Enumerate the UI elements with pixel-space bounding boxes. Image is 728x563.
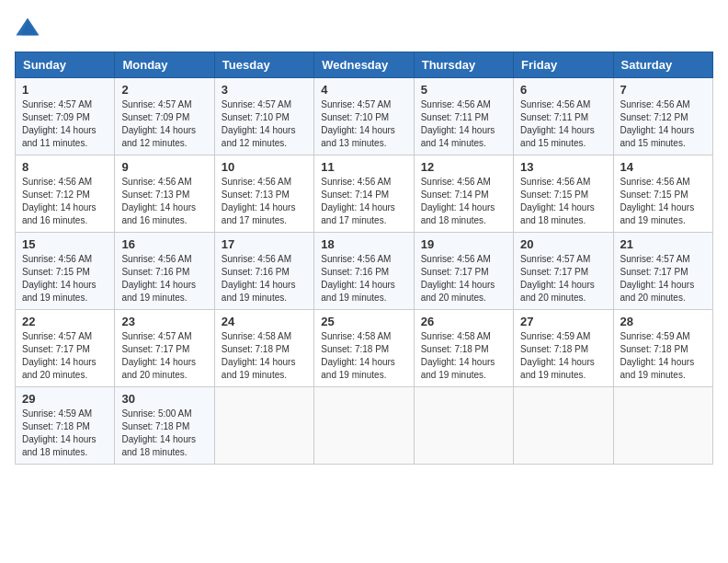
day-number: 27 [520, 315, 606, 328]
day-number: 26 [421, 315, 506, 328]
day-cell-19: 19 Sunrise: 4:56 AMSunset: 7:17 PMDaylig… [414, 233, 513, 310]
day-number: 16 [121, 237, 207, 251]
day-number: 11 [321, 160, 406, 174]
day-number: 21 [620, 237, 706, 251]
day-cell-4: 4 Sunrise: 4:57 AMSunset: 7:10 PMDayligh… [314, 78, 414, 155]
day-detail: Sunrise: 4:56 AMSunset: 7:17 PMDaylight:… [421, 254, 495, 303]
day-number: 19 [421, 237, 506, 251]
day-cell-11: 11 Sunrise: 4:56 AMSunset: 7:14 PMDaylig… [314, 155, 414, 233]
day-detail: Sunrise: 4:56 AMSunset: 7:13 PMDaylight:… [222, 177, 296, 225]
day-number: 2 [121, 83, 207, 97]
day-header-sunday: Sunday [16, 52, 115, 78]
page-header [15, 15, 713, 40]
empty-cell [514, 387, 613, 465]
day-cell-6: 6 Sunrise: 4:56 AMSunset: 7:11 PMDayligh… [514, 78, 613, 155]
empty-cell [414, 387, 513, 465]
day-detail: Sunrise: 4:57 AMSunset: 7:17 PMDaylight:… [520, 254, 595, 303]
day-cell-20: 20 Sunrise: 4:57 AMSunset: 7:17 PMDaylig… [514, 233, 613, 310]
day-detail: Sunrise: 4:56 AMSunset: 7:14 PMDaylight:… [421, 177, 495, 225]
day-cell-30: 30 Sunrise: 5:00 AMSunset: 7:18 PMDaylig… [115, 387, 214, 465]
empty-cell [314, 387, 414, 465]
day-number: 12 [421, 160, 506, 174]
day-number: 24 [222, 315, 307, 328]
calendar-week-4: 22 Sunrise: 4:57 AMSunset: 7:17 PMDaylig… [16, 310, 713, 387]
day-detail: Sunrise: 4:57 AMSunset: 7:17 PMDaylight:… [22, 331, 97, 380]
day-cell-16: 16 Sunrise: 4:56 AMSunset: 7:16 PMDaylig… [115, 233, 214, 310]
day-detail: Sunrise: 4:58 AMSunset: 7:18 PMDaylight:… [321, 331, 395, 380]
calendar-table: SundayMondayTuesdayWednesdayThursdayFrid… [15, 52, 713, 465]
day-detail: Sunrise: 5:00 AMSunset: 7:18 PMDaylight:… [121, 408, 196, 457]
empty-cell [214, 387, 313, 465]
calendar-week-1: 1 Sunrise: 4:57 AMSunset: 7:09 PMDayligh… [16, 78, 713, 155]
day-detail: Sunrise: 4:56 AMSunset: 7:12 PMDaylight:… [620, 99, 695, 148]
day-detail: Sunrise: 4:56 AMSunset: 7:13 PMDaylight:… [121, 177, 196, 225]
day-cell-7: 7 Sunrise: 4:56 AMSunset: 7:12 PMDayligh… [613, 78, 712, 155]
day-detail: Sunrise: 4:57 AMSunset: 7:10 PMDaylight:… [222, 99, 296, 148]
day-detail: Sunrise: 4:56 AMSunset: 7:12 PMDaylight:… [22, 177, 97, 225]
day-number: 13 [520, 160, 606, 174]
day-number: 7 [620, 83, 706, 97]
day-cell-26: 26 Sunrise: 4:58 AMSunset: 7:18 PMDaylig… [414, 310, 513, 387]
day-detail: Sunrise: 4:58 AMSunset: 7:18 PMDaylight:… [421, 331, 495, 380]
day-detail: Sunrise: 4:58 AMSunset: 7:18 PMDaylight:… [222, 331, 296, 380]
day-cell-17: 17 Sunrise: 4:56 AMSunset: 7:16 PMDaylig… [214, 233, 313, 310]
day-header-monday: Monday [115, 52, 214, 78]
day-number: 29 [22, 392, 108, 406]
day-number: 5 [421, 83, 506, 97]
day-detail: Sunrise: 4:56 AMSunset: 7:15 PMDaylight:… [520, 177, 595, 225]
day-detail: Sunrise: 4:57 AMSunset: 7:09 PMDaylight:… [22, 99, 97, 148]
day-detail: Sunrise: 4:59 AMSunset: 7:18 PMDaylight:… [520, 331, 595, 380]
day-cell-15: 15 Sunrise: 4:56 AMSunset: 7:15 PMDaylig… [16, 233, 115, 310]
day-cell-3: 3 Sunrise: 4:57 AMSunset: 7:10 PMDayligh… [214, 78, 313, 155]
day-cell-27: 27 Sunrise: 4:59 AMSunset: 7:18 PMDaylig… [514, 310, 613, 387]
day-number: 17 [222, 237, 307, 251]
day-detail: Sunrise: 4:57 AMSunset: 7:17 PMDaylight:… [121, 331, 196, 380]
day-detail: Sunrise: 4:57 AMSunset: 7:10 PMDaylight:… [321, 99, 395, 148]
day-number: 20 [520, 237, 606, 251]
day-detail: Sunrise: 4:56 AMSunset: 7:11 PMDaylight:… [520, 99, 595, 148]
day-cell-12: 12 Sunrise: 4:56 AMSunset: 7:14 PMDaylig… [414, 155, 513, 233]
day-cell-5: 5 Sunrise: 4:56 AMSunset: 7:11 PMDayligh… [414, 78, 513, 155]
day-number: 18 [321, 237, 406, 251]
day-detail: Sunrise: 4:59 AMSunset: 7:18 PMDaylight:… [22, 408, 97, 457]
calendar-week-5: 29 Sunrise: 4:59 AMSunset: 7:18 PMDaylig… [16, 387, 713, 465]
day-detail: Sunrise: 4:57 AMSunset: 7:17 PMDaylight:… [620, 254, 695, 303]
day-cell-10: 10 Sunrise: 4:56 AMSunset: 7:13 PMDaylig… [214, 155, 313, 233]
day-number: 30 [121, 392, 207, 406]
day-number: 3 [222, 83, 307, 97]
day-detail: Sunrise: 4:59 AMSunset: 7:18 PMDaylight:… [620, 331, 695, 380]
day-number: 8 [22, 160, 108, 174]
day-header-wednesday: Wednesday [314, 52, 414, 78]
day-number: 28 [620, 315, 706, 328]
day-header-friday: Friday [514, 52, 613, 78]
logo [15, 15, 44, 40]
day-number: 22 [22, 315, 108, 328]
day-cell-24: 24 Sunrise: 4:58 AMSunset: 7:18 PMDaylig… [214, 310, 313, 387]
day-cell-18: 18 Sunrise: 4:56 AMSunset: 7:16 PMDaylig… [314, 233, 414, 310]
day-number: 10 [222, 160, 307, 174]
day-cell-28: 28 Sunrise: 4:59 AMSunset: 7:18 PMDaylig… [613, 310, 712, 387]
calendar-header-row: SundayMondayTuesdayWednesdayThursdayFrid… [16, 52, 713, 78]
day-detail: Sunrise: 4:56 AMSunset: 7:15 PMDaylight:… [22, 254, 97, 303]
day-cell-29: 29 Sunrise: 4:59 AMSunset: 7:18 PMDaylig… [16, 387, 115, 465]
calendar-week-3: 15 Sunrise: 4:56 AMSunset: 7:15 PMDaylig… [16, 233, 713, 310]
empty-cell [613, 387, 712, 465]
day-header-thursday: Thursday [414, 52, 513, 78]
day-detail: Sunrise: 4:56 AMSunset: 7:11 PMDaylight:… [421, 99, 495, 148]
day-detail: Sunrise: 4:56 AMSunset: 7:16 PMDaylight:… [222, 254, 296, 303]
day-header-saturday: Saturday [613, 52, 712, 78]
day-cell-8: 8 Sunrise: 4:56 AMSunset: 7:12 PMDayligh… [16, 155, 115, 233]
day-number: 6 [520, 83, 606, 97]
day-number: 14 [620, 160, 706, 174]
day-detail: Sunrise: 4:57 AMSunset: 7:09 PMDaylight:… [121, 99, 196, 148]
day-cell-22: 22 Sunrise: 4:57 AMSunset: 7:17 PMDaylig… [16, 310, 115, 387]
day-cell-1: 1 Sunrise: 4:57 AMSunset: 7:09 PMDayligh… [16, 78, 115, 155]
day-cell-21: 21 Sunrise: 4:57 AMSunset: 7:17 PMDaylig… [613, 233, 712, 310]
day-number: 15 [22, 237, 108, 251]
day-cell-14: 14 Sunrise: 4:56 AMSunset: 7:15 PMDaylig… [613, 155, 712, 233]
day-cell-13: 13 Sunrise: 4:56 AMSunset: 7:15 PMDaylig… [514, 155, 613, 233]
day-number: 1 [22, 83, 108, 97]
day-detail: Sunrise: 4:56 AMSunset: 7:16 PMDaylight:… [321, 254, 395, 303]
day-number: 4 [321, 83, 406, 97]
day-detail: Sunrise: 4:56 AMSunset: 7:14 PMDaylight:… [321, 177, 395, 225]
